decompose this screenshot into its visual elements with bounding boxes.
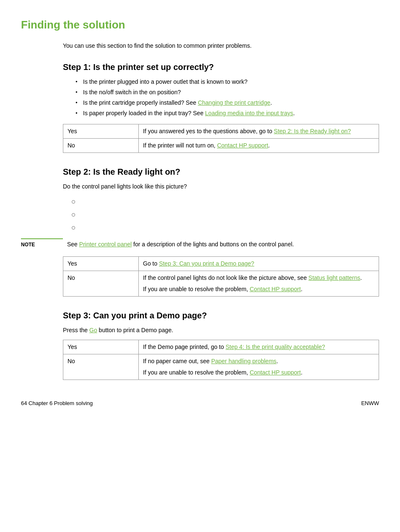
note-label: NOTE <box>21 238 63 249</box>
step1-section: Step 1: Is the printer set up correctly?… <box>21 61 379 153</box>
step1-no-label: No <box>63 139 139 153</box>
step3-link[interactable]: Step 3: Can you print a Demo page? <box>159 260 254 267</box>
light-icon-1: ○ <box>71 196 379 207</box>
contact-hp-support-link-2[interactable]: Contact HP support <box>249 286 301 292</box>
changing-print-cartridge-link[interactable]: Changing the print cartridge <box>198 99 270 106</box>
step2-yes-content: Go to Step 3: Can you print a Demo page? <box>139 257 379 271</box>
note-row: NOTE See Printer control panel for a des… <box>21 238 379 249</box>
step2-title: Step 2: Is the Ready light on? <box>63 165 379 178</box>
light-icon-3: ○ <box>71 222 379 233</box>
intro-text: You can use this section to find the sol… <box>63 41 379 50</box>
step2-no-label: No <box>63 271 139 297</box>
step3-no-label: No <box>63 354 139 380</box>
footer-left: 64 Chapter 6 Problem solving <box>21 399 93 408</box>
step3-no-row: No If no paper came out, see Paper handl… <box>63 354 379 380</box>
go-button-link[interactable]: Go <box>89 327 97 333</box>
footer-right: ENWW <box>361 399 379 408</box>
step3-section: Step 3: Can you print a Demo page? Press… <box>21 309 379 380</box>
bullet-3: Is the print cartridge properly installe… <box>75 98 379 107</box>
printer-control-panel-link[interactable]: Printer control panel <box>79 241 132 248</box>
step2-link[interactable]: Step 2: Is the Ready light on? <box>274 128 351 134</box>
step2-no-row: No If the control panel lights do not lo… <box>63 271 379 297</box>
step2-yes-label: Yes <box>63 257 139 271</box>
note-content: See Printer control panel for a descript… <box>63 238 379 249</box>
step3-title: Step 3: Can you print a Demo page? <box>63 309 379 322</box>
step2-yes-row: Yes Go to Step 3: Can you print a Demo p… <box>63 257 379 271</box>
bullet-4: Is paper properly loaded in the input tr… <box>75 109 379 118</box>
step1-table: Yes If you answered yes to the questions… <box>63 124 379 153</box>
step1-bullets: Is the printer plugged into a power outl… <box>75 77 379 118</box>
paper-handling-problems-link[interactable]: Paper handling problems <box>211 358 277 364</box>
step3-no-content: If no paper came out, see Paper handling… <box>139 354 379 380</box>
step2-desc: Do the control panel lights look like th… <box>63 182 379 191</box>
step2-table: Yes Go to Step 3: Can you print a Demo p… <box>63 256 379 297</box>
step1-yes-content: If you answered yes to the questions abo… <box>139 124 379 139</box>
step1-yes-label: Yes <box>63 124 139 139</box>
step3-yes-label: Yes <box>63 340 139 354</box>
contact-hp-support-link-3[interactable]: Contact HP support <box>249 369 301 376</box>
step4-link[interactable]: Step 4: Is the print quality acceptable? <box>226 343 325 350</box>
step1-no-content: If the printer will not turn on, Contact… <box>139 139 379 153</box>
light-icon-2: ○ <box>71 209 379 220</box>
footer: 64 Chapter 6 Problem solving ENWW <box>21 397 379 408</box>
page-title: Finding the solution <box>21 17 379 33</box>
step1-no-row: No If the printer will not turn on, Cont… <box>63 139 379 153</box>
step2-no-content: If the control panel lights do not look … <box>139 271 379 297</box>
bullet-2: Is the no/off switch in the on position? <box>75 88 379 97</box>
loading-media-link[interactable]: Loading media into the input trays <box>205 110 293 116</box>
step2-section: Step 2: Is the Ready light on? Do the co… <box>21 165 379 297</box>
step3-table: Yes If the Demo page printed, go to Step… <box>63 340 379 380</box>
step3-yes-content: If the Demo page printed, go to Step 4: … <box>139 340 379 354</box>
step1-title: Step 1: Is the printer set up correctly? <box>63 61 379 73</box>
bullet-1: Is the printer plugged into a power outl… <box>75 77 379 86</box>
step3-desc: Press the Go button to print a Demo page… <box>63 326 379 335</box>
step1-yes-row: Yes If you answered yes to the questions… <box>63 124 379 139</box>
light-icons: ○ ○ ○ <box>71 196 379 233</box>
step3-yes-row: Yes If the Demo page printed, go to Step… <box>63 340 379 354</box>
contact-hp-support-link-1[interactable]: Contact HP support <box>217 142 268 149</box>
status-light-patterns-link[interactable]: Status light patterns <box>309 274 361 281</box>
